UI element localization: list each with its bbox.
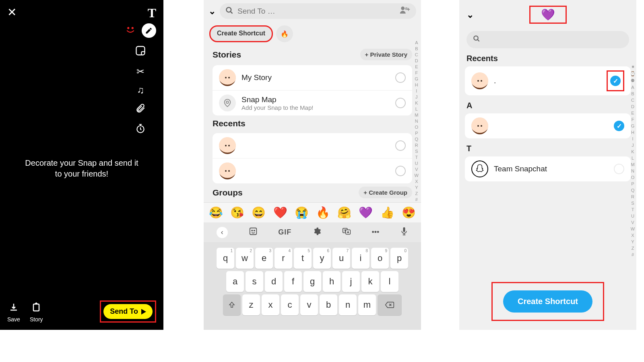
selected-check-icon[interactable]: ✓ (610, 76, 621, 86)
key-v[interactable]: v (300, 294, 318, 315)
music-icon[interactable]: ♫ (137, 84, 144, 96)
emoji-suggestion[interactable]: 😘 (230, 206, 244, 219)
recent-row[interactable] (213, 133, 412, 158)
key-g[interactable]: g (303, 271, 321, 292)
scissors-icon[interactable]: ✂ (136, 66, 144, 77)
search-icon (473, 35, 480, 42)
key-h[interactable]: h (323, 271, 341, 292)
more-icon[interactable]: ••• (372, 228, 379, 237)
sendto-button[interactable]: Send To (103, 304, 153, 319)
svg-rect-2 (136, 47, 145, 55)
keyboard-area: 😂😘😄❤️😭🔥🤗💜👍😍 ‹ GIF ••• q1w2e3r4t5y6u7i8o9… (204, 202, 421, 330)
key-t[interactable]: t5 (294, 248, 312, 269)
select-radio[interactable] (395, 166, 406, 176)
key-m[interactable]: m (358, 294, 376, 315)
emoji-suggestion[interactable]: 😂 (209, 206, 223, 219)
recent-row[interactable]: . ✓ (465, 66, 631, 95)
team-snapchat-label: Team Snapchat (494, 165, 614, 173)
backspace-key[interactable] (378, 294, 402, 315)
text-tool-icon[interactable]: T (148, 6, 156, 21)
shift-key[interactable] (223, 294, 241, 315)
select-radio[interactable] (395, 72, 406, 83)
key-r[interactable]: r4 (275, 248, 292, 269)
key-u[interactable]: u7 (332, 248, 350, 269)
story-label: Story (30, 316, 43, 323)
svg-point-1 (132, 27, 134, 29)
emoji-suggestion[interactable]: 🤗 (337, 206, 351, 219)
create-group-button[interactable]: + Create Group (359, 187, 412, 198)
close-icon[interactable]: ✕ (7, 6, 17, 21)
key-q[interactable]: q1 (217, 248, 234, 269)
save-button[interactable]: Save (7, 302, 20, 323)
selected-check-icon[interactable]: ✓ (614, 121, 624, 131)
chevron-down-icon[interactable]: ⌄ (466, 10, 474, 20)
key-o[interactable]: o9 (371, 248, 389, 269)
key-y[interactable]: y6 (313, 248, 331, 269)
create-shortcut-chip[interactable]: Create Shortcut (209, 25, 273, 42)
heart-icon[interactable]: 💜 (541, 8, 555, 21)
private-story-button[interactable]: + Private Story (360, 49, 412, 60)
timer-icon[interactable] (135, 123, 146, 136)
key-e[interactable]: e3 (255, 248, 273, 269)
sticker-smiley-icon[interactable] (125, 24, 136, 37)
key-p[interactable]: p0 (390, 248, 408, 269)
emoji-suggestion[interactable]: 😄 (252, 206, 266, 219)
search-bar[interactable] (220, 3, 416, 19)
emoji-suggestions[interactable]: 😂😘😄❤️😭🔥🤗💜👍😍 (204, 202, 421, 222)
keyboard-toolbar: ‹ GIF ••• (204, 222, 421, 242)
key-n[interactable]: n (339, 294, 357, 315)
alpha-index[interactable]: ✷⌚⚉ABCDEFGHIJKLMNOPQRSTUVWXYZ# (630, 64, 636, 257)
attachment-icon[interactable] (135, 103, 146, 116)
contact-row[interactable]: ✓ (465, 113, 631, 138)
key-x[interactable]: x (262, 294, 279, 315)
key-i[interactable]: i8 (352, 248, 369, 269)
draw-tool-icon[interactable] (142, 23, 156, 38)
select-radio[interactable] (395, 98, 406, 108)
sendto-panel: ⌄ Create Shortcut 🔥 Stories + Private St… (204, 0, 421, 330)
emoji-suggestion[interactable]: 😍 (402, 206, 416, 219)
keyboard[interactable]: q1w2e3r4t5y6u7i8o9p0 asdfghjkl zxcvbnm (204, 242, 421, 330)
sticker-icon[interactable] (135, 45, 146, 59)
key-b[interactable]: b (320, 294, 337, 315)
download-icon (9, 302, 19, 315)
key-w[interactable]: w2 (236, 248, 254, 269)
key-f[interactable]: f (284, 271, 302, 292)
chevron-down-icon[interactable]: ⌄ (208, 6, 216, 16)
emoji-suggestion[interactable]: ❤️ (273, 206, 287, 219)
key-k[interactable]: k (361, 271, 379, 292)
alpha-index[interactable]: ABCDEFGHIJKLMNOPQRSTUVWXYZ# (415, 40, 419, 202)
select-radio[interactable] (614, 164, 624, 174)
key-a[interactable]: a (226, 271, 244, 292)
my-story-row[interactable]: My Story (213, 65, 412, 90)
select-radio[interactable] (395, 140, 406, 151)
key-j[interactable]: j (342, 271, 360, 292)
key-l[interactable]: l (381, 271, 398, 292)
sticker-keyboard-icon[interactable] (249, 227, 258, 238)
section-t-card: Team Snapchat (465, 156, 631, 181)
fire-shortcut-chip[interactable]: 🔥 (276, 25, 293, 42)
snap-map-row[interactable]: Snap Map Add your Snap to the Map! (213, 90, 412, 115)
key-c[interactable]: c (281, 294, 299, 315)
team-snapchat-row[interactable]: Team Snapchat (465, 156, 631, 181)
emoji-suggestion[interactable]: 🔥 (316, 206, 330, 219)
add-friend-icon[interactable] (399, 6, 411, 16)
key-d[interactable]: d (265, 271, 283, 292)
shortcut-search[interactable] (466, 31, 629, 48)
emoji-suggestion[interactable]: 😭 (295, 206, 309, 219)
stories-card: My Story Snap Map Add your Snap to the M… (213, 65, 412, 115)
translate-icon[interactable] (342, 227, 351, 238)
mic-icon[interactable] (400, 226, 408, 238)
recent-row[interactable] (213, 158, 412, 183)
kbd-back-icon[interactable]: ‹ (217, 227, 228, 238)
key-z[interactable]: z (242, 294, 260, 315)
emoji-suggestion[interactable]: 👍 (380, 206, 394, 219)
create-shortcut-button[interactable]: Create Shortcut (503, 290, 592, 313)
key-s[interactable]: s (246, 271, 263, 292)
settings-icon[interactable] (312, 227, 321, 238)
search-input[interactable] (237, 7, 395, 16)
shortcut-chip-row: Create Shortcut 🔥 (204, 22, 421, 45)
recents-title: Recents (459, 50, 636, 65)
story-button[interactable]: Story (30, 302, 43, 323)
emoji-suggestion[interactable]: 💜 (359, 206, 373, 219)
gif-button[interactable]: GIF (278, 228, 291, 237)
